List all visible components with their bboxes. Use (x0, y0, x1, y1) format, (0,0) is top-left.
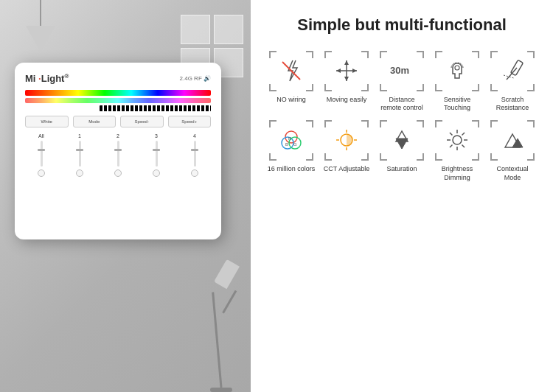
zone-all-dot (38, 169, 45, 177)
zone-2-slider[interactable] (117, 141, 119, 167)
contextual-mode-icon-box (490, 120, 535, 161)
zone-3-slider[interactable] (156, 141, 158, 167)
color-bar-2 (25, 98, 211, 103)
zone-3: 3 (140, 133, 173, 177)
svg-line-32 (462, 133, 465, 136)
zone-3-label: 3 (155, 133, 158, 139)
zone-3-dot (153, 169, 160, 177)
feature-cct-adjustable: CCT Adjustable (321, 120, 372, 182)
scratch-icon (499, 57, 526, 84)
distance-icon: 30m (387, 57, 417, 84)
white-button[interactable]: White (25, 116, 69, 127)
black-bar (100, 105, 211, 111)
zone-all: All (25, 133, 58, 177)
move-icon (333, 57, 360, 84)
device-header: Mi ·Light® 2.4G RF 🔊 (25, 73, 211, 84)
controller-device: Mi ·Light® 2.4G RF 🔊 White Mode Speed- S… (15, 63, 221, 239)
svg-marker-6 (352, 69, 357, 73)
no-wiring-icon (278, 57, 305, 84)
zone-4: 4 (178, 133, 211, 177)
zone-all-slider[interactable] (41, 141, 43, 167)
zone-1-dot (76, 169, 83, 177)
svg-marker-5 (336, 69, 341, 73)
zone-1: 1 (63, 133, 96, 177)
device-frequency: 2.4G RF 🔊 (180, 75, 211, 82)
brand-name: Mi ·Light® (25, 73, 69, 84)
brightness-dimming-icon-box (435, 120, 479, 161)
speed-plus-button[interactable]: Speed+ (168, 116, 212, 127)
zone-all-label: All (38, 133, 44, 139)
feature-brightness-dimming: Brightness Dimming (431, 120, 483, 182)
16m-colors-label: 16 million colors (268, 165, 316, 174)
contextual-icon (499, 127, 526, 153)
svg-marker-35 (512, 139, 523, 147)
feature-contextual-mode: Contextual Mode (487, 120, 538, 182)
control-buttons-row: White Mode Speed- Speed+ (25, 116, 211, 127)
saturation-icon (389, 127, 415, 153)
svg-text:B: B (285, 142, 288, 147)
colors-icon: R B G (278, 127, 305, 153)
svg-point-25 (453, 136, 462, 144)
svg-text:30m: 30m (390, 65, 409, 76)
zone-1-slider[interactable] (79, 141, 81, 167)
sensitive-touching-icon-box (435, 51, 479, 91)
color-bars (25, 90, 211, 111)
svg-text:G: G (293, 142, 297, 147)
feature-saturation: Saturation (376, 120, 428, 182)
cct-adjustable-label: CCT Adjustable (324, 165, 369, 174)
feature-sensitive-touching: Sensitive Touching (431, 51, 483, 113)
cct-adjustable-icon-box (324, 120, 369, 161)
mode-button[interactable]: Mode (73, 116, 116, 127)
product-image-panel: Mi ·Light® 2.4G RF 🔊 White Mode Speed- S… (0, 0, 251, 392)
no-wiring-icon-box (269, 51, 313, 91)
no-wiring-label: NO wiring (276, 96, 306, 105)
feature-moving-easily: Moving easily (321, 51, 372, 113)
speed-minus-button[interactable]: Speed- (120, 116, 164, 127)
zone-2-dot (114, 169, 122, 177)
features-panel: Simple but multi-functional NO wiring (251, 0, 553, 392)
zone-4-dot (191, 169, 198, 177)
feature-16m-colors: R B G 16 million colors (265, 120, 317, 182)
16m-colors-icon-box: R B G (269, 120, 313, 161)
zone-4-label: 4 (193, 133, 196, 139)
distance-remote-icon-box: 30m (380, 51, 424, 91)
zone-1-label: 1 (78, 133, 81, 139)
touch-icon (444, 57, 470, 84)
color-bar-1 (25, 90, 211, 96)
zone-2-label: 2 (116, 133, 119, 139)
brightness-icon (444, 127, 470, 153)
svg-line-31 (462, 145, 465, 148)
svg-line-33 (450, 145, 453, 148)
feature-no-wiring: NO wiring (265, 51, 317, 113)
sensitive-touching-label: Sensitive Touching (434, 96, 481, 113)
zone-controls: All 1 2 3 4 (25, 133, 211, 177)
moving-easily-label: Moving easily (327, 96, 367, 105)
moving-easily-icon-box (324, 51, 369, 91)
contextual-mode-label: Contextual Mode (489, 165, 537, 182)
scratch-resistance-label: Scratch Resistance (489, 96, 537, 113)
section-title: Simple but multi-functional (265, 15, 538, 36)
scratch-resistance-icon-box (490, 51, 535, 91)
svg-point-8 (455, 66, 459, 70)
feature-scratch-resistance: Scratch Resistance (487, 51, 538, 113)
distance-remote-label: Distance remote control (378, 96, 426, 113)
zone-2: 2 (102, 133, 134, 177)
svg-line-10 (507, 68, 517, 80)
features-grid: NO wiring Movin (265, 51, 538, 183)
svg-line-30 (450, 133, 453, 136)
svg-marker-3 (344, 60, 349, 65)
saturation-icon-box (380, 120, 424, 161)
svg-text:R: R (288, 136, 292, 141)
floor-lamp-decoration (206, 274, 236, 392)
saturation-label: Saturation (386, 165, 417, 174)
cct-icon (333, 127, 360, 153)
svg-marker-24 (396, 139, 408, 149)
brightness-dimming-label: Brightness Dimming (434, 165, 481, 182)
ceiling-lamp-decoration (22, 0, 59, 59)
feature-distance-remote: 30m Distance remote control (376, 51, 428, 113)
svg-marker-4 (344, 77, 349, 81)
zone-4-slider[interactable] (194, 141, 196, 167)
